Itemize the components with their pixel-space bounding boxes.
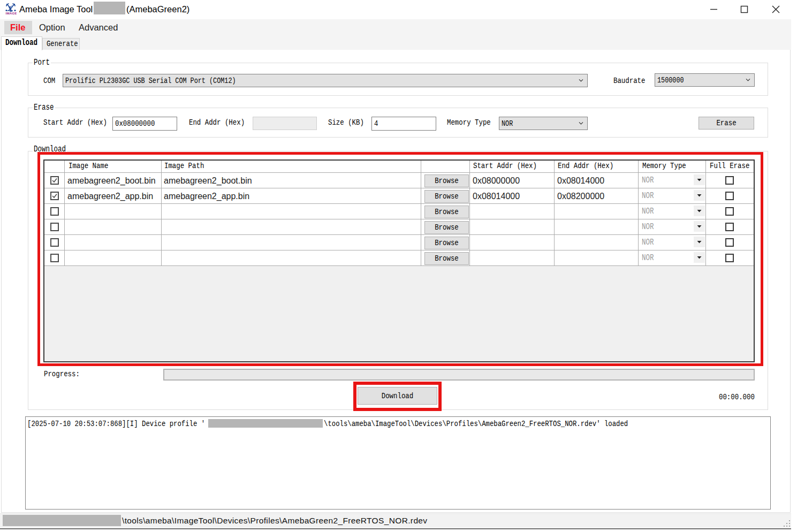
svg-text:IMAGE: IMAGE — [6, 11, 17, 15]
